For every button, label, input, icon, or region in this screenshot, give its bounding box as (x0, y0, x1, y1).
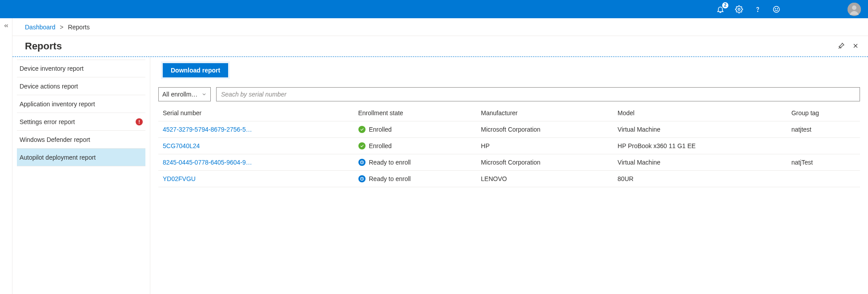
enrollment-state-text: Ready to enroll (369, 159, 411, 166)
nav-item-label: Application inventory report (20, 101, 95, 108)
collapse-sidebar-button[interactable] (3, 23, 9, 294)
serial-link[interactable]: 5CG7040L24 (158, 138, 354, 154)
manufacturer-cell: Microsoft Corporation (477, 121, 613, 138)
svg-point-6 (852, 5, 856, 10)
enrollment-state-cell: Enrolled (354, 121, 477, 138)
nav-item[interactable]: Windows Defender report (17, 131, 145, 149)
devices-table: Serial number Enrollment state Manufactu… (158, 104, 860, 187)
col-model[interactable]: Model (613, 104, 787, 121)
blade-body: Device inventory reportDevice actions re… (12, 57, 868, 294)
breadcrumb-root-link[interactable]: Dashboard (25, 24, 56, 31)
manufacturer-cell: LENOVO (477, 171, 613, 187)
model-cell: HP ProBook x360 11 G1 EE (613, 138, 787, 154)
enrollment-state-text: Ready to enroll (369, 175, 411, 182)
model-cell: Virtual Machine (613, 154, 787, 171)
feedback-button[interactable] (771, 4, 782, 15)
manufacturer-cell: Microsoft Corporation (477, 154, 613, 171)
col-state[interactable]: Enrollment state (354, 104, 477, 121)
sidebar-collapse-column (0, 18, 12, 294)
nav-item-label: Windows Defender report (20, 136, 90, 143)
breadcrumb: Dashboard > Reports (12, 18, 868, 36)
breadcrumb-current: Reports (68, 24, 90, 31)
nav-item-label: Device actions report (20, 83, 78, 90)
enrollment-filter-dropdown[interactable]: All enrollm… (158, 87, 211, 101)
nav-item[interactable]: Application inventory report (17, 95, 145, 113)
col-serial[interactable]: Serial number (158, 104, 354, 121)
enrollment-state-text: Enrolled (369, 142, 392, 149)
top-command-bar: 2 (0, 0, 868, 18)
nav-item-label: Autopilot deployment report (20, 154, 96, 161)
dropdown-label: All enrollm… (162, 91, 197, 98)
enrollment-state-cell: Enrolled (354, 138, 477, 154)
user-avatar[interactable] (848, 3, 861, 16)
check-circle-icon (358, 142, 366, 149)
table-header-row: Serial number Enrollment state Manufactu… (158, 104, 860, 121)
enrollment-state-cell: Ready to enroll (354, 171, 477, 187)
notifications-button[interactable]: 2 (715, 4, 726, 15)
enrollment-state-text: Enrolled (369, 126, 392, 133)
svg-point-1 (757, 11, 758, 11)
pin-icon (838, 42, 845, 49)
smiley-icon (772, 5, 780, 13)
main-column: Dashboard > Reports Reports Device inven… (12, 18, 868, 294)
table-row: YD02FVGUReady to enrollLENOVO80UR (158, 171, 860, 187)
model-cell: 80UR (613, 171, 787, 187)
check-circle-icon (358, 126, 366, 133)
model-cell: Virtual Machine (613, 121, 787, 138)
serial-link[interactable]: YD02FVGU (158, 171, 354, 187)
nav-item-label: Device inventory report (20, 65, 84, 72)
nav-item-label: Settings error report (20, 118, 75, 125)
nav-item[interactable]: Device inventory report (17, 60, 145, 77)
notification-badge: 2 (722, 2, 728, 8)
chevron-double-left-icon (3, 23, 9, 29)
nav-item[interactable]: Device actions report (17, 77, 145, 95)
enrollment-state-cell: Ready to enroll (354, 154, 477, 171)
nav-item[interactable]: Settings error report! (17, 113, 145, 131)
chevron-down-icon (201, 92, 207, 97)
settings-button[interactable] (734, 4, 744, 15)
group_tag-cell (787, 171, 860, 187)
clock-circle-icon (358, 175, 366, 182)
serial-search-input[interactable] (216, 87, 860, 101)
question-icon (754, 5, 762, 13)
group_tag-cell (787, 138, 860, 154)
table-row: 4527-3279-5794-8679-2756-5…EnrolledMicro… (158, 121, 860, 138)
alert-icon: ! (136, 118, 143, 125)
table-row: 5CG7040L24EnrolledHPHP ProBook x360 11 G… (158, 138, 860, 154)
svg-point-0 (738, 8, 740, 10)
close-button[interactable] (852, 42, 859, 51)
breadcrumb-separator: > (60, 24, 64, 31)
close-icon (852, 42, 859, 49)
manufacturer-cell: HP (477, 138, 613, 154)
content-pane: Download report All enrollm… Serial numb… (150, 57, 868, 294)
svg-point-2 (773, 6, 780, 12)
pin-button[interactable] (838, 42, 845, 51)
download-report-button[interactable]: Download report (163, 63, 228, 77)
blade-header-actions (838, 42, 859, 51)
gear-icon (735, 5, 743, 13)
page-title: Reports (25, 40, 62, 52)
serial-link[interactable]: 8245-0445-0778-6405-9604-9… (158, 154, 354, 171)
shell: Dashboard > Reports Reports Device inven… (0, 18, 868, 294)
table-row: 8245-0445-0778-6405-9604-9…Ready to enro… (158, 154, 860, 171)
svg-point-3 (775, 8, 776, 8)
blade-header: Reports (12, 36, 868, 57)
col-group-tag[interactable]: Group tag (787, 104, 860, 121)
filter-row: All enrollm… (158, 87, 860, 101)
report-nav: Device inventory reportDevice actions re… (12, 57, 150, 294)
group_tag-cell: natjtest (787, 121, 860, 138)
clock-circle-icon (358, 159, 366, 166)
person-icon (848, 3, 861, 16)
group_tag-cell: natjTest (787, 154, 860, 171)
serial-link[interactable]: 4527-3279-5794-8679-2756-5… (158, 121, 354, 138)
col-manufacturer[interactable]: Manufacturer (477, 104, 613, 121)
help-button[interactable] (752, 4, 763, 15)
svg-point-4 (777, 8, 778, 8)
nav-item[interactable]: Autopilot deployment report (17, 149, 145, 166)
